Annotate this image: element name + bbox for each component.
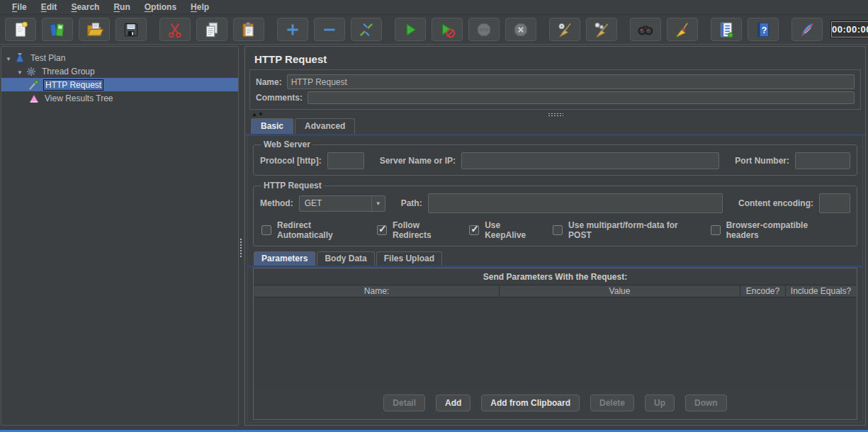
tree-item-test-plan[interactable]: Test Plan [1,51,238,64]
menu-edit[interactable]: Edit [34,1,64,14]
jmeter-logo-icon [798,21,816,39]
server-name-input[interactable] [461,152,719,169]
checkbox-label: Redirect Automatically [277,220,366,240]
name-label: Name: [256,77,282,87]
search-button[interactable] [630,18,661,41]
tree-item-view-results-tree[interactable]: View Results Tree [1,91,238,105]
checkbox-checked-icon[interactable] [469,225,479,235]
checkbox-label: Use KeepAlive [485,220,542,240]
checkbox-unchecked-icon[interactable] [553,225,563,235]
web-server-row: Protocol [http]: Server Name or IP: Port… [260,152,850,169]
content-encoding-input[interactable] [819,193,850,213]
tab-basic[interactable]: Basic [251,118,293,134]
test-plan-tree: Test PlanThread GroupHTTP RequestView Re… [1,46,239,426]
clear-all-icon [592,21,611,39]
collapse-all-button[interactable] [314,18,345,41]
function-helper-button[interactable] [711,18,742,41]
comments-input[interactable] [308,91,855,104]
view-results-tree-icon [28,93,40,104]
checkbox-use-multipart-form-data-for-post[interactable]: Use multipart/form-data for POST [553,220,700,240]
open-button[interactable] [79,18,110,41]
new-file-button[interactable] [5,18,36,41]
menu-file[interactable]: File [5,1,34,14]
parameters-table-title: Send Parameters With the Request: [254,268,857,285]
web-server-group-title: Web Server [261,140,312,149]
up-button: Up [645,394,675,411]
jmeter-window: FileEditSearchRunOptionsHelp STOP?00:00:… [0,0,868,432]
name-input[interactable] [287,74,855,89]
server-name-label: Server Name or IP: [380,156,456,166]
http-sampler-icon [28,79,40,91]
save-icon [122,21,140,39]
tree-expander-icon[interactable] [16,67,24,76]
templates-button[interactable] [42,18,73,41]
new-file-icon [11,21,30,39]
method-select[interactable]: GET [299,195,385,212]
jmeter-logo-button[interactable] [791,18,823,41]
start-no-timers-icon [438,21,456,39]
checkbox-use-keepalive[interactable]: Use KeepAlive [469,220,542,240]
start-no-timers-button[interactable] [432,18,463,41]
menu-search[interactable]: Search [64,1,106,14]
tab-files-upload[interactable]: Files Upload [376,251,442,266]
tree-expander-icon[interactable] [4,53,13,63]
svg-text:?: ? [762,25,767,35]
stop-icon: STOP [475,21,493,39]
checkbox-checked-icon[interactable] [377,225,387,235]
splitter-grip-icon[interactable] [239,238,243,258]
path-input[interactable] [428,193,723,213]
menu-help[interactable]: Help [184,1,216,14]
add-button[interactable]: Add [436,394,470,411]
tree-item-label: Test Plan [29,53,67,63]
start-button[interactable] [395,18,426,41]
parameters-table-body[interactable] [254,297,856,388]
toolbar-group [5,18,152,41]
tab-body-data[interactable]: Body Data [317,251,374,266]
copy-button[interactable] [196,18,227,41]
horizontal-splitter[interactable]: ▲▼ [245,110,865,118]
splitter-collapse-arrows-icon[interactable]: ▲▼ [252,111,264,118]
vertical-splitter[interactable] [239,45,244,430]
svg-text:STOP: STOP [479,28,490,32]
detail-button: Detail [383,394,425,411]
toggle-button[interactable] [351,18,382,41]
clear-button[interactable] [549,18,580,41]
menu-run[interactable]: Run [106,1,137,14]
clear-icon [556,21,574,39]
chevron-down-icon[interactable] [371,196,385,211]
parameters-tabbar: ParametersBody DataFiles Upload [248,251,862,266]
search-reset-icon [673,21,692,39]
toolbar-group [549,18,623,41]
tree-item-http-request[interactable]: HTTP Request [1,78,238,91]
basic-advanced-tabbar: BasicAdvanced [245,118,865,134]
shutdown-icon [512,21,530,39]
tab-advanced[interactable]: Advanced [295,118,355,134]
toolbar-group [277,18,388,41]
path-label: Path: [401,198,422,208]
tree-item-label: Thread Group [40,67,96,76]
checkbox-follow-redirects[interactable]: Follow Redirects [377,220,458,240]
method-label: Method: [260,198,293,208]
save-button[interactable] [115,18,147,41]
clear-all-button[interactable] [586,18,617,41]
tree-item-thread-group[interactable]: Thread Group [1,64,238,78]
checkbox-unchecked-icon[interactable] [261,225,271,235]
add-from-clipboard-button[interactable]: Add from Clipboard [481,394,580,411]
protocol-input[interactable] [327,152,364,169]
checkbox-label: Browser-compatible headers [726,220,840,240]
splitter-grip-icon[interactable] [548,113,563,117]
search-icon [636,21,655,39]
search-reset-button[interactable] [667,18,698,41]
expand-all-button[interactable] [277,18,308,41]
tab-parameters[interactable]: Parameters [254,251,315,266]
checkbox-redirect-automatically[interactable]: Redirect Automatically [261,220,366,240]
thread-group-icon [26,66,37,77]
port-number-input[interactable] [795,152,850,169]
cut-button[interactable] [159,18,191,41]
help-button[interactable]: ? [748,18,779,41]
checkbox-unchecked-icon[interactable] [711,225,721,235]
menu-bar: FileEditSearchRunOptionsHelp [0,0,868,15]
paste-button[interactable] [233,18,264,41]
checkbox-browser-compatible-headers[interactable]: Browser-compatible headers [711,220,840,240]
menu-options[interactable]: Options [137,1,184,14]
